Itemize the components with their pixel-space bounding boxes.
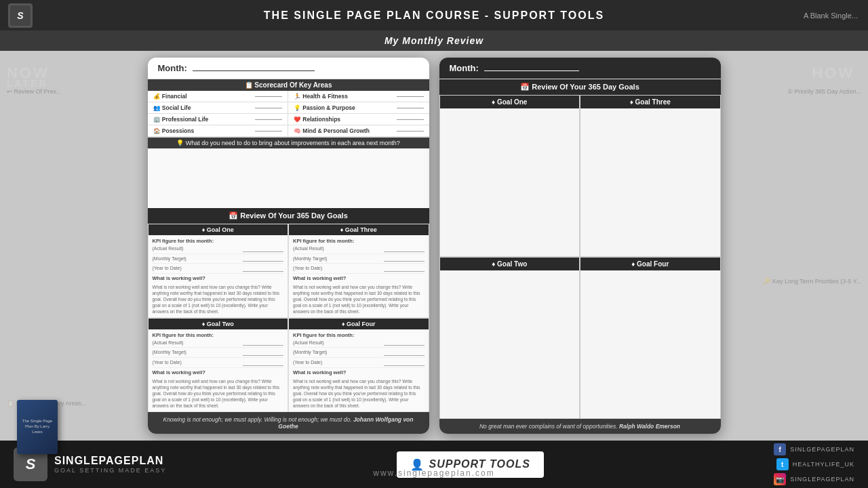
left-goal-four-content: KPI figure for this month: (Actual Resul… (289, 329, 429, 411)
right-goal-one-body (440, 108, 580, 256)
bottom-bar: S SINGLEPAGEPLAN GOAL SETTING MADE EASY … (0, 441, 868, 488)
right-document: Month: 📅 Review Of Your 365 Day Goals ♦ … (439, 58, 721, 434)
instagram-icon: 📷 (774, 473, 786, 485)
left-month-label: Month: (158, 63, 187, 73)
right-goal-four-body (580, 270, 720, 418)
left-goal-three-header: ♦ Goal Three (289, 224, 429, 235)
right-review-header: 📅 Review Of Your 365 Day Goals (439, 79, 721, 95)
left-month-header: Month: (148, 58, 429, 79)
scorecard-financial: 💰 Financial (148, 91, 289, 102)
instagram-label: SINGLEPAGEPLAN (790, 476, 854, 483)
right-goals-bottom-row: ♦ Goal Two ♦ Goal Four (439, 257, 721, 419)
scorecard-possessions: 🏠 Posessions (148, 125, 289, 137)
facebook-label: SINLGEPAGEPLAN (790, 446, 854, 453)
scorecard-social: 👥 Social Life (148, 102, 289, 114)
right-quote-footer: No great man ever complains of want of o… (439, 419, 721, 434)
scorecard-mind: 🧠 Mind & Personal Growth (288, 125, 429, 137)
improvements-header: 💡 What do you need to do to bring about … (148, 138, 429, 148)
right-month-header: Month: (439, 58, 721, 79)
right-quote-text: No great man ever complains of want of o… (479, 423, 680, 430)
right-goal-two-cell: ♦ Goal Two (439, 257, 580, 419)
scorecard-passion: 💡 Passion & Purpose (288, 102, 429, 114)
left-quote-footer: Knowing is not enough; we must apply. Wi… (148, 412, 429, 434)
right-month-label: Month: (450, 63, 479, 73)
left-goal-three-cell: ♦ Goal Three KPI figure for this month: … (288, 224, 429, 318)
left-goal-one-content: KPI figure for this month: (Actual Resul… (149, 235, 288, 317)
header-logo: S (8, 3, 33, 28)
improvements-area (148, 148, 429, 208)
right-goal-one-cell: ♦ Goal One (439, 95, 580, 257)
left-goal-two-header: ♦ Goal Two (149, 319, 288, 329)
top-header: S THE SINGLE PAGE PLAN COURSE - SUPPORT … (0, 0, 868, 30)
social-instagram[interactable]: 📷 SINGLEPAGEPLAN (774, 473, 854, 485)
right-goal-three-header: ♦ Goal Three (580, 96, 720, 108)
bottom-logo-sub: GOAL SETTING MADE EASY (54, 467, 166, 474)
book-title: The Single Page Plan By Larry Lewis (20, 419, 55, 434)
social-twitter[interactable]: t HEALTHYLIFE_UK (776, 458, 854, 470)
right-goal-four-header: ♦ Goal Four (580, 258, 720, 270)
left-goal-three-content: KPI figure for this month: (Actual Resul… (289, 235, 429, 317)
right-goal-three-cell: ♦ Goal Three (580, 95, 721, 257)
left-goal-four-header: ♦ Goal Four (289, 319, 429, 329)
header-right-label: A Blank Single... (804, 12, 858, 20)
bottom-logo-text: SINGLEPAGEPLAN GOAL SETTING MADE EASY (54, 455, 166, 474)
left-month-underline (193, 70, 315, 71)
subtitle-bar: My Monthly Review (0, 30, 868, 51)
svg-text:S: S (17, 10, 24, 21)
scorecard-professional: 🏢 Professional Life (148, 114, 289, 125)
left-goal-one-cell: ♦ Goal One KPI figure for this month: (A… (148, 224, 289, 318)
left-review-header: 📅 Review Of Your 365 Day Goals (148, 208, 429, 224)
svg-text:S: S (26, 455, 36, 472)
twitter-label: HEALTHYLIFE_UK (793, 461, 854, 468)
right-goal-two-header: ♦ Goal Two (440, 258, 580, 270)
left-goal-four-cell: ♦ Goal Four KPI figure for this month: (… (288, 318, 429, 412)
scorecard-grid: 💰 Financial 🏃 Health & Fitness 👥 Social … (148, 91, 429, 138)
left-goals-grid: ♦ Goal One KPI figure for this month: (A… (148, 224, 429, 412)
logo-icon: S (8, 3, 33, 28)
subtitle-text: My Monthly Review (384, 35, 484, 46)
facebook-icon: f (774, 443, 786, 455)
book-thumbnail: The Single Page Plan By Larry Lewis (17, 400, 58, 454)
left-goal-one-header: ♦ Goal One (149, 224, 288, 235)
scorecard-health: 🏃 Health & Fitness (288, 91, 429, 102)
left-quote-text: Knowing is not enough; we must apply. Wi… (163, 416, 413, 430)
right-month-underline (484, 70, 579, 71)
right-goal-four-cell: ♦ Goal Four (580, 257, 721, 419)
bottom-logo-main: SINGLEPAGEPLAN (54, 455, 166, 467)
social-links: f SINLGEPAGEPLAN t HEALTHYLIFE_UK 📷 SING… (774, 443, 854, 485)
social-facebook[interactable]: f SINLGEPAGEPLAN (774, 443, 854, 455)
left-document: Month: 📋 Scorecard Of Key Areas 💰 Financ… (148, 58, 429, 434)
twitter-icon: t (776, 458, 789, 470)
left-goal-two-content: KPI figure for this month: (Actual Resul… (149, 329, 288, 411)
website-label: www.singlepageplan.com (373, 468, 494, 478)
right-goal-one-header: ♦ Goal One (440, 96, 580, 108)
right-goal-two-body (440, 270, 580, 418)
left-goal-two-cell: ♦ Goal Two KPI figure for this month: (A… (148, 318, 289, 412)
scorecard-header: 📋 Scorecard Of Key Areas (148, 79, 429, 91)
scorecard-relationships: ❤️ Relationships (288, 114, 429, 125)
right-goals-top-row: ♦ Goal One ♦ Goal Three (439, 95, 721, 257)
right-goal-three-body (580, 108, 720, 256)
main-content: Month: 📋 Scorecard Of Key Areas 💰 Financ… (0, 51, 868, 441)
page-title: THE SINGLE PAGE PLAN COURSE - SUPPORT TO… (264, 9, 604, 22)
